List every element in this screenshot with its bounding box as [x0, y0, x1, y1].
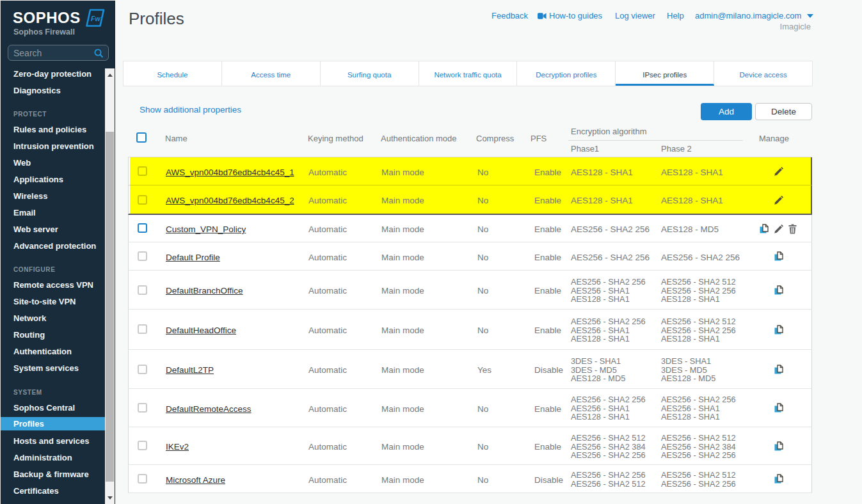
svg-text:Fw: Fw [91, 15, 100, 22]
